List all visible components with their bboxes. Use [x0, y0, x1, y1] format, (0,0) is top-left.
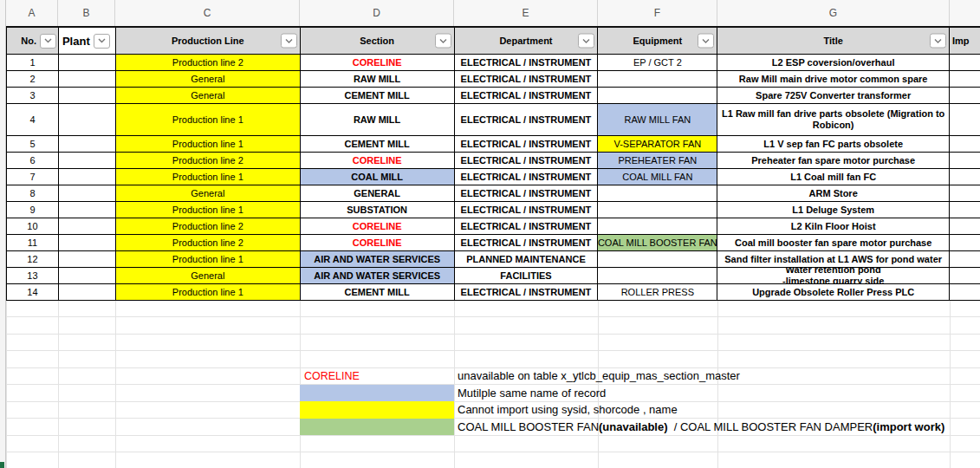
cell-department[interactable]: ELECTRICAL / INSTRUMENT: [455, 169, 599, 185]
cell-import[interactable]: [950, 202, 980, 218]
cell-section[interactable]: AIR AND WATER SERVICES: [301, 268, 455, 284]
cell-import[interactable]: [950, 153, 980, 169]
cell-equipment[interactable]: [598, 71, 717, 88]
column-letter-B[interactable]: B: [58, 0, 115, 26]
cell-production-line[interactable]: Production line 2: [116, 235, 301, 251]
cell-department[interactable]: ELECTRICAL / INSTRUMENT: [455, 104, 599, 136]
cell-production-line[interactable]: Production line 1: [116, 136, 301, 153]
cell-production-line[interactable]: Production line 1: [116, 251, 301, 268]
legend-yellow-swatch[interactable]: [300, 401, 454, 419]
cell-equipment[interactable]: COAL MILL FAN: [598, 169, 717, 185]
cell-section[interactable]: SUBSTATION: [301, 202, 455, 218]
cell-plant[interactable]: [59, 55, 116, 71]
cell-import[interactable]: [950, 136, 980, 153]
cell-no[interactable]: 12: [7, 251, 59, 268]
cell-title[interactable]: Sand filter installation at L1 AWS for p…: [717, 251, 950, 268]
column-letter-F[interactable]: F: [598, 0, 717, 26]
cell-title[interactable]: Coal mill booster fan spare motor purcha…: [717, 235, 950, 251]
cell-department[interactable]: ELECTRICAL / INSTRUMENT: [455, 55, 599, 71]
cell-equipment[interactable]: [598, 251, 717, 268]
cell-no[interactable]: 7: [7, 169, 59, 185]
cell-production-line[interactable]: Production line 1: [116, 284, 301, 301]
cell-equipment[interactable]: [598, 185, 717, 202]
cell-import[interactable]: [950, 88, 980, 104]
cell-equipment[interactable]: [598, 218, 717, 235]
cell-plant[interactable]: [59, 88, 116, 104]
cell-import[interactable]: [950, 235, 980, 251]
cell-title[interactable]: L1 Deluge System: [717, 202, 950, 218]
filter-button-production-line[interactable]: [281, 34, 297, 49]
cell-equipment[interactable]: COAL MILL BOOSTER FAN: [598, 235, 717, 251]
cell-equipment[interactable]: ROLLER PRESS: [598, 284, 717, 301]
cell-department[interactable]: ELECTRICAL / INSTRUMENT: [455, 153, 599, 169]
cell-no[interactable]: 11: [7, 235, 59, 251]
legend-green-swatch[interactable]: [300, 419, 454, 436]
column-letter-E[interactable]: E: [454, 0, 598, 26]
cell-production-line[interactable]: General: [116, 71, 301, 88]
cell-department[interactable]: ELECTRICAL / INSTRUMENT: [455, 235, 599, 251]
cell-title[interactable]: Preheater fan spare motor purchase: [717, 153, 950, 169]
cell-section[interactable]: COAL MILL: [301, 169, 455, 185]
cell-equipment[interactable]: [598, 202, 717, 218]
column-letter-A[interactable]: A: [6, 0, 58, 26]
cell-plant[interactable]: [59, 169, 116, 185]
cell-equipment[interactable]: PREHEATER FAN: [598, 153, 717, 169]
cell-section[interactable]: CORELINE: [301, 235, 455, 251]
cell-section[interactable]: CEMENT MILL: [301, 88, 455, 104]
cell-plant[interactable]: [59, 235, 116, 251]
cell-department[interactable]: ELECTRICAL / INSTRUMENT: [455, 284, 599, 301]
cell-no[interactable]: 8: [7, 185, 59, 202]
column-letter-G[interactable]: G: [717, 0, 950, 26]
cell-section[interactable]: CORELINE: [301, 153, 455, 169]
cell-department[interactable]: FACILITIES: [455, 268, 599, 284]
cell-section[interactable]: CEMENT MILL: [301, 284, 455, 301]
column-letter-D[interactable]: D: [300, 0, 454, 26]
cell-section[interactable]: RAW MILL: [301, 104, 455, 136]
cell-department[interactable]: PLANNED MAINTENANCE: [455, 251, 599, 268]
cell-no[interactable]: 3: [7, 88, 59, 104]
cell-production-line[interactable]: Production line 1: [116, 202, 301, 218]
cell-section[interactable]: CORELINE: [301, 55, 455, 71]
filter-button-no[interactable]: [40, 34, 56, 49]
cell-department[interactable]: ELECTRICAL / INSTRUMENT: [455, 202, 599, 218]
cell-section[interactable]: GENERAL: [301, 185, 455, 202]
cell-title[interactable]: Spare 725V Converter transformer: [717, 88, 950, 104]
cell-plant[interactable]: [59, 268, 116, 284]
cell-no[interactable]: 14: [7, 284, 59, 301]
header-import-partial[interactable]: Imp: [950, 28, 980, 55]
header-department[interactable]: Department: [455, 28, 599, 55]
cell-production-line[interactable]: General: [116, 185, 301, 202]
cell-plant[interactable]: [59, 153, 116, 169]
cell-department[interactable]: ELECTRICAL / INSTRUMENT: [455, 88, 599, 104]
cell-plant[interactable]: [59, 71, 116, 88]
cell-import[interactable]: [950, 251, 980, 268]
cell-production-line[interactable]: Production line 1: [116, 169, 301, 185]
cell-equipment[interactable]: [598, 88, 717, 104]
header-plant[interactable]: Plant: [59, 28, 116, 55]
cell-production-line[interactable]: General: [116, 268, 301, 284]
filter-button-department[interactable]: [578, 34, 594, 49]
cell-equipment[interactable]: V-SEPARATOR FAN: [598, 136, 717, 153]
cell-no[interactable]: 6: [7, 153, 59, 169]
cell-title[interactable]: Upgrade Obsolete Roller Press PLC: [717, 284, 950, 301]
cell-plant[interactable]: [59, 104, 116, 136]
cell-import[interactable]: [950, 185, 980, 202]
filter-button-equipment[interactable]: [698, 34, 714, 49]
cell-section[interactable]: RAW MILL: [301, 71, 455, 88]
cell-title[interactable]: L2 Kiln Floor Hoist: [717, 218, 950, 235]
cell-title[interactable]: L1 V sep fan FC parts obsolete: [717, 136, 950, 153]
cell-import[interactable]: [950, 71, 980, 88]
cell-plant[interactable]: [59, 218, 116, 235]
cell-department[interactable]: ELECTRICAL / INSTRUMENT: [455, 71, 599, 88]
cell-plant[interactable]: [59, 136, 116, 153]
legend-coreline-label[interactable]: CORELINE: [304, 367, 360, 385]
cell-no[interactable]: 1: [7, 55, 59, 71]
legend-blue-swatch[interactable]: [300, 385, 454, 402]
cell-title[interactable]: Water retention pond-limestone quarry si…: [717, 268, 950, 284]
cell-production-line[interactable]: Production line 2: [116, 218, 301, 235]
cell-plant[interactable]: [59, 202, 116, 218]
header-no[interactable]: No.: [7, 28, 59, 55]
cell-title[interactable]: L1 Raw mill fan drive parts obsolete (Mi…: [717, 104, 950, 136]
cell-no[interactable]: 2: [7, 71, 59, 88]
cell-no[interactable]: 4: [7, 104, 59, 136]
